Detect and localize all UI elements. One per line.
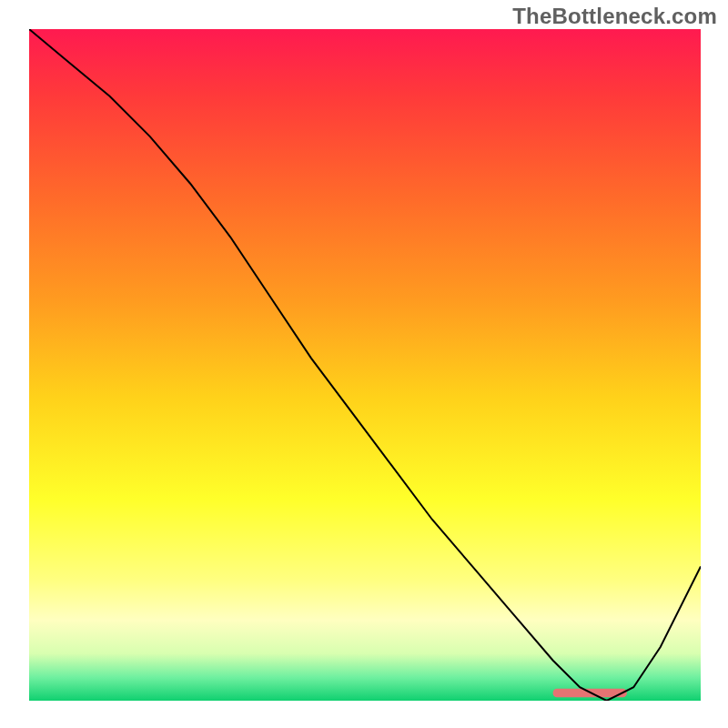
watermark-text: TheBottleneck.com (512, 4, 717, 29)
plot-area (29, 29, 701, 701)
chart-canvas: TheBottleneck.com (0, 0, 728, 728)
plot-svg (29, 29, 701, 701)
gradient-rect (29, 29, 701, 701)
